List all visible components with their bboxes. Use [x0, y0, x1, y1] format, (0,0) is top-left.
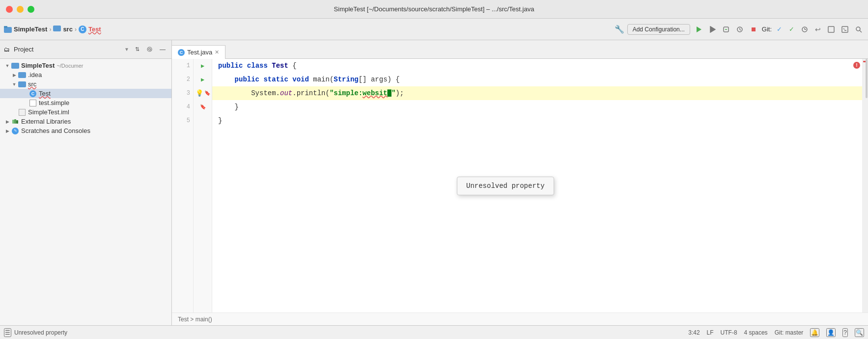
git-revert-button[interactable]: ↩: [813, 24, 823, 35]
code-line-3: System.out.println("simple:websit█");: [212, 86, 868, 100]
statusbar-indent[interactable]: 4 spaces: [744, 329, 768, 336]
breadcrumb-sep-2: ›: [75, 26, 77, 33]
breadcrumb-src-icon: [53, 26, 61, 33]
line-num-2: 2: [172, 73, 193, 86]
git-check-button[interactable]: ✓: [787, 24, 796, 35]
statusbar-git[interactable]: Git: master: [775, 329, 804, 336]
sidebar-header: 🗂 Project ▼ ⇅ —: [0, 40, 171, 59]
svg-rect-27: [14, 119, 16, 124]
statusbar-encoding[interactable]: UTF-8: [721, 329, 737, 336]
tree-item-iml[interactable]: ▶ SimpleTest.iml: [0, 107, 171, 117]
tree-item-idea[interactable]: ▶ .idea: [0, 70, 171, 79]
classname-test: Test: [272, 62, 288, 70]
editor-breadcrumb: Test > main(): [172, 313, 868, 325]
statusbar-panel-icon[interactable]: ☰: [4, 328, 11, 337]
run-arrow-1[interactable]: ▶: [201, 62, 204, 70]
project-icon: [4, 26, 12, 33]
statusbar-line-sep[interactable]: LF: [707, 329, 714, 336]
root-folder-icon: [11, 62, 20, 69]
bulb-icon[interactable]: 💡: [196, 89, 203, 97]
breadcrumb-test[interactable]: Test: [88, 26, 101, 33]
statusbar-search-icon[interactable]: 🔍: [855, 328, 864, 337]
statusbar-help-icon[interactable]: ?: [842, 328, 848, 337]
svg-line-17: [843, 28, 844, 29]
window-title: SimpleTest [~/Documents/source/scratch/S…: [334, 5, 534, 13]
icon-gutter: ▶ ▶ 💡 🔖 🔖: [194, 59, 212, 313]
kw-static: static: [263, 76, 288, 83]
main-area: 🗂 Project ▼ ⇅ — ▼ SimpleTest ~/Documer: [0, 40, 868, 325]
profile-button[interactable]: [734, 24, 745, 35]
code-editor[interactable]: ! 1 2 3 4 5 ▶ ▶ 💡 🔖: [172, 59, 868, 313]
string-cursor: █": [388, 89, 396, 97]
kw-public-2: public: [235, 76, 259, 83]
window-controls[interactable]: [6, 6, 34, 13]
string-simple: "simple:: [330, 89, 363, 97]
vertical-scrollbar[interactable]: [862, 59, 868, 313]
code-line-1: public class Test {: [212, 59, 868, 73]
tree-item-external-libs[interactable]: ▶ External Libraries: [0, 117, 171, 126]
bookmark-4: 🔖: [200, 104, 206, 110]
svg-rect-25: [18, 81, 26, 87]
coverage-button[interactable]: [721, 24, 731, 35]
run-button[interactable]: [693, 24, 704, 35]
line-num-1: 1: [172, 59, 193, 73]
stop-button[interactable]: [748, 24, 759, 35]
tab-label: Test.java: [187, 49, 212, 56]
sidebar-close-button[interactable]: —: [158, 44, 168, 55]
tree-root[interactable]: ▼ SimpleTest ~/Documer: [0, 61, 171, 70]
code-line-4: }: [212, 100, 868, 114]
run-arrow-toolbar-icon: 🔧: [615, 25, 624, 34]
gutter-icon-row-1[interactable]: ▶: [194, 59, 212, 73]
gutter-icon-row-2[interactable]: ▶: [194, 73, 212, 86]
svg-point-21: [149, 49, 151, 51]
tree-toggle-src: ▼: [11, 82, 18, 87]
statusbar-left: ☰ Unresolved property: [4, 328, 684, 337]
toolbar-right: 🔧 Add Configuration... Git: ✓ ✓ ↩: [615, 24, 864, 35]
tree-toggle-root: ▼: [4, 63, 11, 68]
scroll-handle[interactable]: [866, 59, 868, 98]
breadcrumb-src[interactable]: src: [63, 26, 73, 33]
tab-close-button[interactable]: ✕: [215, 49, 219, 55]
run-arrow-2[interactable]: ▶: [201, 76, 204, 83]
code-line-2: public static void main(String[] args) {: [212, 73, 868, 86]
dropdown-arrow-icon[interactable]: ▼: [124, 47, 129, 52]
test-java-icon: C: [28, 90, 37, 97]
svg-point-22: [147, 47, 152, 52]
editor-tabs: C Test.java ✕: [172, 40, 868, 59]
minimize-button[interactable]: [17, 6, 24, 13]
project-panel-icon: 🗂: [4, 46, 10, 53]
tree-item-src[interactable]: ▼ src: [0, 79, 171, 89]
libs-label: External Libraries: [21, 118, 71, 125]
close-button[interactable]: [6, 6, 13, 13]
gutter-icon-row-3: 💡 🔖: [194, 86, 212, 100]
git-history-button[interactable]: [799, 24, 810, 35]
svg-rect-2: [53, 26, 61, 31]
sidebar-content: ▼ SimpleTest ~/Documer ▶ .idea ▼: [0, 59, 171, 325]
breadcrumb-project[interactable]: SimpleTest: [14, 26, 47, 33]
debug-button[interactable]: [707, 24, 718, 35]
git-push-button[interactable]: ✓: [775, 24, 784, 35]
breadcrumb-test-icon: C: [79, 26, 86, 33]
statusbar-position[interactable]: 3:42: [688, 329, 700, 336]
tree-item-scratches[interactable]: ▶ ✎ Scratches and Consoles: [0, 126, 171, 135]
tree-item-test[interactable]: ▶ C Test: [0, 89, 171, 98]
terminal-button[interactable]: [840, 24, 850, 35]
line-num-5: 5: [172, 114, 193, 128]
tree-item-test-simple[interactable]: ▶ test.simple: [0, 98, 171, 107]
svg-marker-3: [697, 26, 701, 32]
git-label: Git:: [762, 26, 772, 33]
kw-class: class: [247, 62, 268, 70]
breadcrumb-sep-1: ›: [49, 26, 51, 33]
statusbar-avatar-icon[interactable]: 👤: [826, 328, 836, 337]
src-folder-icon: [18, 81, 27, 88]
statusbar-notifications-icon[interactable]: 🔔: [810, 328, 819, 337]
maximize-button[interactable]: [28, 6, 34, 13]
kw-string: String: [334, 76, 358, 83]
git-branch-button[interactable]: [826, 24, 837, 35]
sidebar-settings-button[interactable]: [144, 44, 155, 54]
gutter-icon-row-4: 🔖: [194, 100, 212, 114]
tab-test-java[interactable]: C Test.java ✕: [172, 45, 225, 59]
search-everywhere-button[interactable]: [853, 24, 864, 35]
add-configuration-button[interactable]: Add Configuration...: [627, 24, 690, 35]
sidebar-collapse-button[interactable]: ⇅: [133, 44, 141, 54]
